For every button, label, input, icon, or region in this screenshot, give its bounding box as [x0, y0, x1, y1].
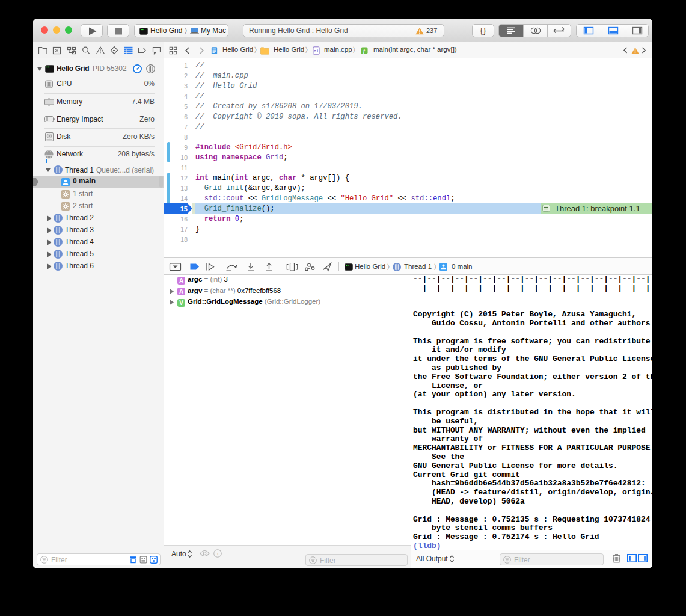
svg-text:i: i — [217, 550, 219, 556]
svg-text:c+: c+ — [314, 48, 319, 54]
